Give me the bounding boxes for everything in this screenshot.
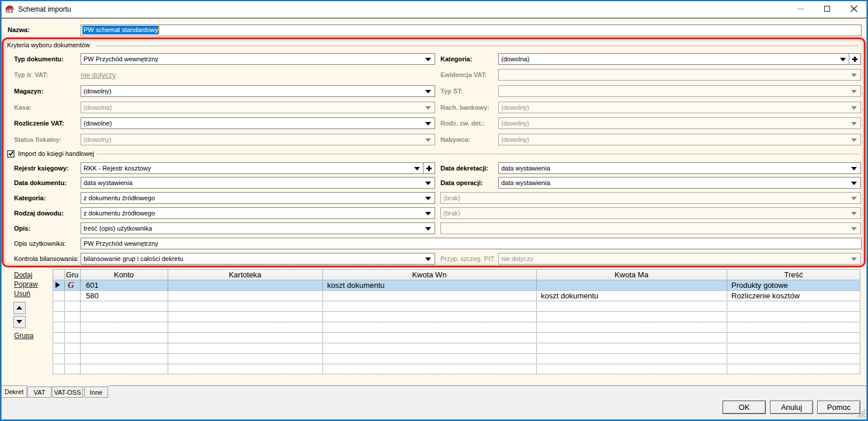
svg-text:GT: GT	[6, 8, 15, 14]
